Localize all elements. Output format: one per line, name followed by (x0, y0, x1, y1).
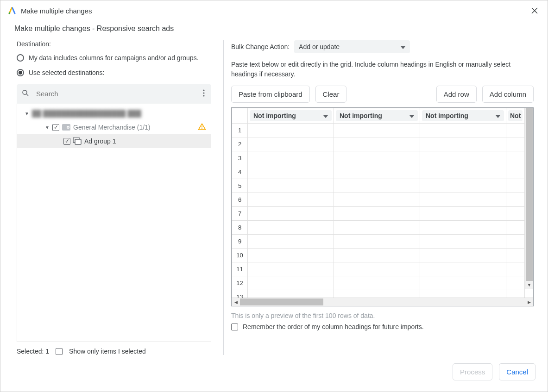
grid-cell[interactable] (334, 165, 420, 179)
scroll-left-arrow-icon[interactable]: ◀ (232, 298, 240, 306)
data-grid-viewport[interactable]: Not importing Not importing (232, 108, 533, 298)
adgroup-icon (73, 137, 82, 145)
scrollbar-thumb[interactable] (240, 299, 323, 305)
grid-cell[interactable] (334, 207, 420, 221)
chevron-down-icon (496, 112, 500, 119)
grid-cell[interactable] (248, 137, 334, 151)
grid-cell[interactable] (506, 165, 525, 179)
bulk-action-select[interactable]: Add or update (294, 40, 410, 53)
bulk-action-label: Bulk Change Action: (231, 43, 290, 50)
grid-row-number: 7 (232, 207, 248, 221)
grid-cell[interactable] (248, 290, 334, 298)
grid-cell[interactable] (334, 235, 420, 249)
grid-cell[interactable] (334, 151, 420, 165)
grid-cell[interactable] (248, 235, 334, 249)
destination-search-input[interactable] (35, 89, 195, 98)
radio-data-includes-columns[interactable]: My data includes columns for campaigns a… (17, 54, 211, 62)
pane-divider (223, 40, 224, 355)
grid-cell[interactable] (420, 276, 506, 290)
column-heading-select[interactable]: Not importing (336, 110, 418, 121)
grid-cell[interactable] (334, 179, 420, 193)
grid-cell[interactable] (506, 151, 525, 165)
grid-cell[interactable] (334, 276, 420, 290)
grid-cell[interactable] (334, 221, 420, 235)
paste-from-clipboard-button[interactable]: Paste from clipboard (231, 86, 310, 103)
grid-col-header: Not importing (420, 108, 506, 124)
grid-vertical-scrollbar[interactable]: ▼ (525, 108, 533, 289)
chevron-down-icon: ▼ (25, 111, 29, 116)
grid-cell[interactable] (506, 207, 525, 221)
scrollbar-thumb[interactable] (526, 108, 533, 284)
grid-cell[interactable] (248, 249, 334, 262)
grid-cell[interactable] (420, 179, 506, 193)
cancel-button[interactable]: Cancel (499, 363, 535, 380)
grid-cell[interactable] (506, 235, 525, 249)
column-heading-select[interactable]: Not (508, 110, 523, 121)
grid-cell[interactable] (420, 249, 506, 262)
grid-cell[interactable] (506, 249, 525, 262)
selected-count: Selected: 1 (17, 348, 49, 355)
grid-cell[interactable] (420, 193, 506, 207)
grid-cell[interactable] (420, 290, 506, 298)
grid-cell[interactable] (248, 262, 334, 276)
clear-button[interactable]: Clear (315, 86, 347, 103)
grid-cell[interactable] (420, 137, 506, 151)
close-button[interactable] (529, 5, 540, 16)
tree-adgroup-row[interactable]: Ad group 1 (17, 134, 211, 148)
grid-cell[interactable] (420, 262, 506, 276)
grid-cell[interactable] (506, 179, 525, 193)
grid-cell[interactable] (334, 137, 420, 151)
grid-cell[interactable] (420, 124, 506, 137)
grid-cell[interactable] (334, 124, 420, 137)
grid-cell[interactable] (248, 151, 334, 165)
grid-cell[interactable] (334, 193, 420, 207)
grid-cell[interactable] (506, 276, 525, 290)
grid-cell[interactable] (248, 165, 334, 179)
tree-account-row[interactable]: ▼ ██ ██████████████████ ███ (17, 106, 211, 120)
tree-account-label: ██ ██████████████████ ███ (32, 110, 141, 117)
chevron-down-icon: ▼ (45, 125, 50, 130)
grid-row-number: 10 (232, 249, 248, 262)
scroll-down-arrow-icon[interactable]: ▼ (525, 281, 533, 289)
grid-cell[interactable] (334, 290, 420, 298)
grid-cell[interactable] (420, 165, 506, 179)
adgroup-checkbox[interactable] (63, 138, 70, 145)
grid-cell[interactable] (506, 137, 525, 151)
destination-pane: Destination: My data includes columns fo… (0, 40, 220, 355)
add-row-button[interactable]: Add row (436, 86, 477, 103)
campaign-checkbox[interactable] (52, 124, 59, 131)
remember-order-checkbox[interactable] (231, 324, 238, 330)
grid-cell[interactable] (420, 235, 506, 249)
dialog-footer: Process Cancel (0, 355, 548, 392)
process-button[interactable]: Process (453, 363, 492, 380)
grid-cell[interactable] (420, 207, 506, 221)
search-menu-button[interactable] (201, 87, 207, 100)
grid-row-number: 4 (232, 165, 248, 179)
grid-cell[interactable] (248, 193, 334, 207)
radio-use-selected-destinations[interactable]: Use selected destinations: (17, 69, 211, 76)
search-icon (21, 89, 30, 99)
grid-cell[interactable] (334, 262, 420, 276)
scroll-right-arrow-icon[interactable]: ▶ (525, 298, 533, 306)
grid-cell[interactable] (506, 193, 525, 207)
grid-cell[interactable] (248, 124, 334, 137)
grid-horizontal-scrollbar[interactable]: ◀ ▶ (232, 298, 533, 306)
grid-cell[interactable] (506, 262, 525, 276)
add-column-button[interactable]: Add column (482, 86, 534, 103)
show-only-selected-checkbox[interactable] (56, 348, 63, 355)
grid-cell[interactable] (506, 221, 525, 235)
grid-cell[interactable] (506, 290, 525, 298)
grid-cell[interactable] (506, 124, 525, 137)
grid-cell[interactable] (334, 249, 420, 262)
grid-cell[interactable] (420, 151, 506, 165)
column-heading-select[interactable]: Not importing (422, 110, 504, 121)
grid-cell[interactable] (248, 221, 334, 235)
grid-row-number: 2 (232, 137, 248, 151)
grid-cell[interactable] (420, 221, 506, 235)
column-heading-select[interactable]: Not importing (250, 110, 332, 121)
tree-campaign-row[interactable]: ▼ General Merchandise (1/1) (17, 120, 211, 134)
grid-cell[interactable] (248, 276, 334, 290)
grid-cell[interactable] (248, 207, 334, 221)
grid-row-number: 1 (232, 124, 248, 137)
grid-cell[interactable] (248, 179, 334, 193)
